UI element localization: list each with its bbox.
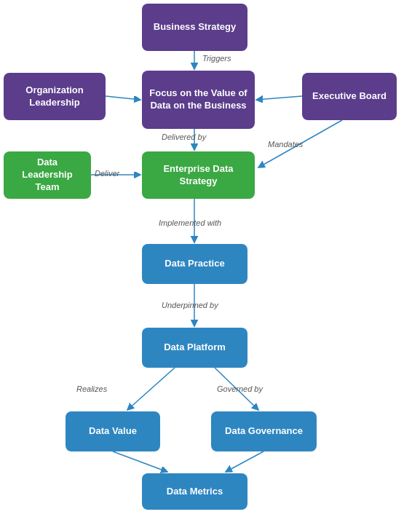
data-governance-node: Data Governance <box>211 411 317 451</box>
svg-line-11 <box>113 451 167 472</box>
svg-line-12 <box>226 451 264 472</box>
implemented-with-label: Implemented with <box>159 218 221 227</box>
business-strategy-node: Business Strategy <box>142 4 247 51</box>
enterprise-data-node: Enterprise Data Strategy <box>142 151 255 199</box>
data-leadership-node: Data Leadership Team <box>4 151 91 199</box>
data-platform-node: Data Platform <box>142 328 247 368</box>
triggers-label: Triggers <box>202 54 231 63</box>
svg-line-9 <box>127 368 175 410</box>
delivered-by-label: Delivered by <box>162 133 206 141</box>
focus-value-node: Focus on the Value of Data on the Busine… <box>142 71 255 129</box>
data-value-node: Data Value <box>66 411 160 451</box>
org-leadership-node: Organization Leadership <box>4 73 106 120</box>
governed-by-label: Governed by <box>217 384 263 393</box>
data-practice-node: Data Practice <box>142 244 247 284</box>
svg-line-3 <box>256 96 302 100</box>
deliver-label: Deliver <box>95 169 119 178</box>
mandates-label: Mandates <box>268 140 303 149</box>
realizes-label: Realizes <box>76 384 107 393</box>
svg-line-2 <box>106 96 140 100</box>
underpinned-by-label: Underpinned by <box>162 301 218 309</box>
executive-board-node: Executive Board <box>302 73 397 120</box>
diagram: Business Strategy Focus on the Value of … <box>0 0 420 517</box>
data-metrics-node: Data Metrics <box>142 473 247 510</box>
